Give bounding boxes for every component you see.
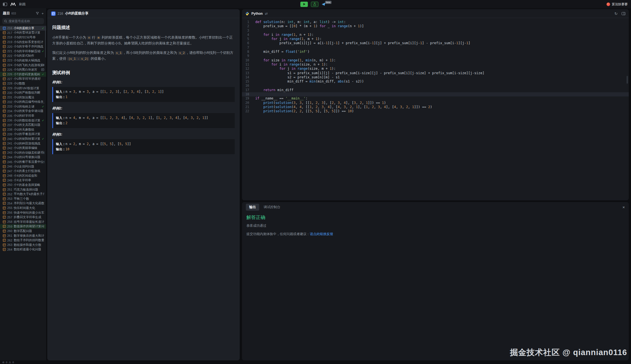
code-line[interactable]: 21 print(solution(4, 4, [[1, 2, 3, 4], [… <box>242 105 629 109</box>
problem-list-item[interactable]: 231小U的加法魔法 <box>0 95 46 100</box>
code-line[interactable]: 3 <box>242 29 629 33</box>
code-line[interactable]: 8 min_diff = float('inf') <box>242 50 629 54</box>
problem-list-item[interactable]: 235小U的好字符串 <box>0 113 46 118</box>
code-line[interactable]: 11 for i in range(size, n + 1): <box>242 63 629 67</box>
problem-list-item[interactable]: 229小U的'chi'权值计算 <box>0 86 46 91</box>
app-logo[interactable] <box>10 3 16 6</box>
problem-list-item[interactable]: 245小U的餐厅客流量中位值计… <box>0 159 46 164</box>
code-line[interactable]: 7 <box>242 46 629 50</box>
code-line[interactable]: 17 return min_diff <box>242 88 629 92</box>
share-button[interactable]: Beta <box>321 3 331 6</box>
language-switch-icon[interactable]: ⇄ <box>265 12 268 16</box>
problem-item-title: 小U的种田游戏挑战 <box>14 141 44 146</box>
problem-list-item[interactable]: 248小X的区间或值和 <box>0 173 46 178</box>
code-line[interactable]: 19if __name__ == '__main__': <box>242 96 629 101</box>
code-line[interactable]: 13 s1 = prefix_sum[i][j] - prefix_sum[i-… <box>242 71 629 75</box>
editor-scrollbar[interactable] <box>627 76 628 84</box>
code-line[interactable]: 4 for i in range(1, n + 1): <box>242 33 629 37</box>
problem-list-item[interactable]: 252平均数大于k的最长子序列 <box>0 192 46 196</box>
problem-list-item[interactable]: 218小S的'01'问号串 <box>0 35 46 40</box>
problem-list-item[interactable]: 249小X走字符串 <box>0 178 46 183</box>
problem-list-item[interactable]: 216小R的蛋糕分享✓ <box>0 26 46 31</box>
problem-list-item[interactable]: 263数组操作和最大分数 <box>0 243 46 247</box>
play-icon <box>303 3 305 5</box>
problem-list-item[interactable]: 261数字替换后的最大和计算 <box>0 233 46 238</box>
problem-list-item[interactable]: 239小U的早餐选择计算 <box>0 132 46 137</box>
problem-list-item[interactable]: 262数组子序列的排列数量 <box>0 238 46 243</box>
problem-list-item[interactable]: 241小U的种田游戏挑战 <box>0 141 46 146</box>
problem-item-icon <box>3 225 6 228</box>
code-line[interactable]: 14 s2 = prefix_sum[n][m] - s1 <box>242 75 629 79</box>
problem-list-item[interactable]: 227小U和字符'R'的喜好 <box>0 77 46 81</box>
problem-list-item[interactable]: 240小U的矩阵转置计算✓ <box>0 136 46 141</box>
sidebar-toggle-icon[interactable] <box>3 3 7 6</box>
search-input[interactable] <box>9 19 42 23</box>
problem-item-icon <box>3 151 6 154</box>
problem-list-item[interactable]: 224小S的飞机大战游戏策略 <box>0 63 46 68</box>
code-line[interactable]: 9 <box>242 54 629 58</box>
split-view-icon[interactable] <box>622 12 625 15</box>
problem-list-item[interactable]: 233小U的地砖之谜✓ <box>0 104 46 109</box>
problem-list-item[interactable]: 259数值操作的期望计算问… <box>0 224 46 229</box>
line-number: 4 <box>242 33 255 37</box>
problem-list-item[interactable]: 217小R的雪球滚雪计算 <box>0 31 46 35</box>
code-line[interactable]: 18 <box>242 92 629 96</box>
problem-list-item[interactable]: 256快递中转站的最少出车次数 <box>0 210 46 215</box>
problem-list-item[interactable]: 246小U走排列问题 <box>0 164 46 169</box>
code-line[interactable]: 12 for j in range(size, m + 1): <box>242 67 629 71</box>
code-line[interactable]: 16 <box>242 84 629 88</box>
tab-debug-console[interactable]: 调试控制台 <box>264 205 280 210</box>
problem-list-item[interactable]: 226小T的密码变换规则✓ <box>0 72 46 77</box>
problem-list-item[interactable]: 243小U的自动贩卖机硬币赚取… <box>0 150 46 155</box>
feedback-link[interactable]: 请点此链接反馈 <box>310 232 333 236</box>
code-line[interactable]: 22 print(solution(2, 2, [[5, 5], [5, 5]]… <box>242 109 629 113</box>
tab-output[interactable]: 输出 <box>246 204 259 211</box>
code-line[interactable]: 1def solution(n: int, m: int, a: list) -… <box>242 20 629 24</box>
filter-icon[interactable] <box>36 12 39 15</box>
problem-list-item[interactable]: 257折叠回文字符串生成 <box>0 215 46 220</box>
problem-list-item[interactable]: 253平衡三个数 <box>0 196 46 201</box>
problem-list-item[interactable]: 242小U的美丽串编辑 <box>0 146 46 150</box>
search-box[interactable] <box>2 18 44 24</box>
run-button[interactable] <box>300 2 308 7</box>
problem-item-number: 225 <box>7 68 12 71</box>
problem-list-item[interactable]: 255快乐时间最大化 <box>0 206 46 210</box>
code-line[interactable]: 15 min_diff = min(min_diff, abs(s1 - s2)… <box>242 79 629 84</box>
problem-list-item[interactable]: 234小U的奖学金申请问题 <box>0 109 46 114</box>
problem-list-item[interactable]: 221小S的字符串解压缩问题✓ <box>0 49 46 54</box>
problem-item-title: 小X的区间或值和 <box>14 174 44 178</box>
problem-list-item[interactable]: 228小U数数 <box>0 81 46 86</box>
problem-list-item[interactable]: 260数字匹配问题 <box>0 229 46 233</box>
problem-list-item[interactable]: 220小S的字母子序列挑战 <box>0 44 46 49</box>
add-problem-button[interactable]: + <box>41 12 44 15</box>
code-line[interactable]: 20 print(solution(3, 3, [[1, 2, 3], [2, … <box>242 101 629 105</box>
problem-list-item[interactable]: 247小X的勇士打怪游戏 <box>0 169 46 173</box>
problem-list-item[interactable]: 222小S的菜式制作 <box>0 54 46 58</box>
problem-list-item[interactable]: 225小S的黑白块迷宫 <box>0 67 46 72</box>
problem-list-item[interactable]: 232小U的商品编号特殊含义统… <box>0 100 46 104</box>
reset-code-icon[interactable]: ↻ <box>614 11 618 16</box>
problem-list-item[interactable]: 251巧克力板选择问题 <box>0 187 46 192</box>
sidebar-scrollbar[interactable] <box>45 27 46 58</box>
test-button[interactable] <box>311 2 318 7</box>
contest-banner[interactable]: 算法技赛赛 <box>607 2 631 6</box>
problem-list-item[interactable]: 223小S的超辣火锅挑战 <box>0 58 46 63</box>
close-icon[interactable]: × <box>622 205 625 209</box>
problem-list-item[interactable]: 254序列划分与最大化函数值 <box>0 201 46 206</box>
problem-list-item[interactable]: 230小U的严格数组判断 <box>0 90 46 95</box>
problem-list-item[interactable]: 258括号字符串最短长度计算 <box>0 220 46 224</box>
problem-list-item[interactable]: 250小Y的基金选择策略 <box>0 183 46 187</box>
problem-item-icon <box>3 169 6 173</box>
code-line[interactable]: 10 for size in range(1, min(n, m) + 1): <box>242 58 629 63</box>
description-paragraph: 小R手里有一个大小为 n 行 m 列的矩形蛋糕，每个小正方形区域都有一个代表美味… <box>52 35 235 46</box>
code-line[interactable]: 5 for j in range(1, m + 1): <box>242 37 629 41</box>
problem-list-item[interactable]: 237小U的文具匹配问题 <box>0 123 46 127</box>
problem-list-item[interactable]: 264数组积差最小化问题 <box>0 247 46 252</box>
problem-list-item[interactable]: 238小U的无趣数组 <box>0 127 46 132</box>
problem-list-item[interactable]: 219小S的坐标系变形统计 <box>0 40 46 44</box>
problem-list-item[interactable]: 236小U的数组权值计算✓ <box>0 118 46 123</box>
problem-list-item[interactable]: 244小U的问号替换问题 <box>0 155 46 160</box>
code-line[interactable]: 6 prefix_sum[i][j] = a[i-1][j-1] + prefi… <box>242 41 629 45</box>
code-line[interactable]: 2 prefix_sum = [[0] * (m + 1) for _ in r… <box>242 24 629 28</box>
code-area[interactable]: 1def solution(n: int, m: int, a: list) -… <box>242 18 629 200</box>
